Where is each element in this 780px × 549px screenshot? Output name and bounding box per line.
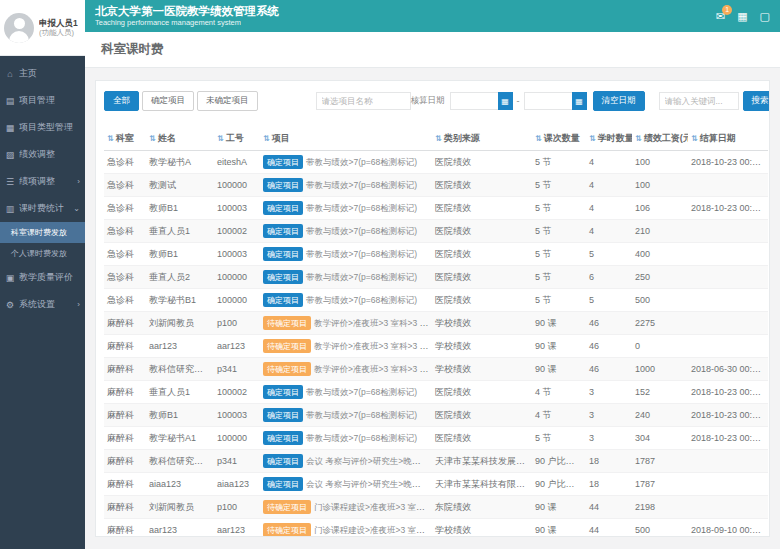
project-status-button[interactable]: 确定项目 [263,477,303,491]
cell-quantity: 5 节 [532,174,586,197]
cell-salary: 1787 [632,473,688,496]
cell-hours: 4 [586,220,632,243]
cell-project: 确定项目会议 考察与评价>研究生>晚班>指导 [260,473,432,496]
column-header[interactable]: ⇅课次数量 [532,127,586,151]
user-panel[interactable]: 申报人员1 (功能人员) [0,0,85,56]
column-header[interactable]: ⇅科室 [104,127,146,151]
item-adjust-icon: ☰ [5,177,15,187]
cell-project: 确定项目带教与绩效>7(p=68检测标记) [260,266,432,289]
filter-confirmed-button[interactable]: 确定项目 [142,91,194,111]
table-row: 麻醉科aar123aar123待确定项目教学评价>准夜班>3 室科>3 无规授人… [104,335,768,358]
home-icon: ⌂ [5,69,15,79]
table-row: 急诊科教师B1100003确定项目带教与绩效>7(p=68检测标记)医院绩效5 … [104,243,768,266]
table-row: 麻醉科aar123aar123待确定项目门诊课程建设>准夜班>3 室科>3 学员… [104,519,768,538]
sidebar-item-project-management[interactable]: ▤项目管理 [0,87,85,114]
column-header[interactable]: ⇅绩效工资(元) [632,127,688,151]
project-text: 带教与绩效>7(p=68检测标记) [306,410,417,420]
cell-project: 确定项目带教与绩效>7(p=68检测标记) [260,151,432,174]
cell-source: 医院绩效 [432,174,532,197]
chevron-icon: › [77,177,80,186]
sidebar-item-home[interactable]: ⌂主页 [0,60,85,87]
cell-source: 医院绩效 [432,381,532,404]
cell-worker-id: 100000 [214,427,260,450]
expand-icon[interactable]: ▢ [760,10,770,23]
filter-unconfirmed-button[interactable]: 未确定项目 [197,91,258,111]
project-status-button[interactable]: 待确定项目 [263,316,311,330]
sidebar-item-settings-gear[interactable]: ⚙系统设置› [0,291,85,318]
cell-name: 垂直人员1 [146,220,214,243]
table-row: 麻醉科刘新闻教员p100待确定项目门诊课程建设>准夜班>3 室科>3 学员东院绩… [104,496,768,519]
cell-hours: 4 [586,197,632,220]
cell-worker-id: 100000 [214,266,260,289]
fee-statistics-icon: ▥ [5,204,15,214]
cell-project: 确定项目带教与绩效>7(p=68检测标记) [260,289,432,312]
cell-dept: 麻醉科 [104,404,146,427]
calendar-icon[interactable]: ▦ [498,92,513,110]
grid-icon[interactable]: ▦ [737,10,747,23]
column-header[interactable]: ⇅工号 [214,127,260,151]
avatar [4,13,34,43]
app-subtitle: Teaching performance management system [95,18,279,27]
project-status-button[interactable]: 确定项目 [263,408,303,422]
column-header[interactable]: ⇅类别来源 [432,127,532,151]
search-button[interactable]: 搜索 [743,91,771,111]
sidebar-item-fee-statistics[interactable]: ▥课时费统计⌄ [0,195,85,222]
column-header[interactable]: ⇅姓名 [146,127,214,151]
sidebar-subitem-1[interactable]: 个人课时费发放 [0,243,85,264]
cell-date: 2018-10-23 00:00:00 [688,381,768,404]
cell-name: 教测试 [146,174,214,197]
cell-worker-id: 100002 [214,220,260,243]
project-text: 带教与绩效>7(p=68检测标记) [306,272,417,282]
cell-dept: 急诊科 [104,220,146,243]
sidebar-subitem-0[interactable]: 科室课时费发放 [0,222,85,243]
cell-dept: 麻醉科 [104,473,146,496]
column-header-label: 绩效工资(元) [644,133,688,143]
clear-date-button[interactable]: 清空日期 [593,91,645,111]
sort-icon: ⇅ [435,134,442,143]
project-status-button[interactable]: 待确定项目 [263,500,311,514]
cell-hours: 46 [586,358,632,381]
project-status-button[interactable]: 待确定项目 [263,523,311,537]
sidebar-item-project-type[interactable]: ▦项目类型管理 [0,114,85,141]
project-status-button[interactable]: 确定项目 [263,178,303,192]
project-text: 教学评价>准夜班>3 室科>3 无规授人 [314,341,432,351]
project-status-button[interactable]: 确定项目 [263,431,303,445]
project-status-button[interactable]: 确定项目 [263,247,303,261]
cell-worker-id: 100000 [214,289,260,312]
start-date-input[interactable] [450,92,498,110]
project-status-button[interactable]: 确定项目 [263,293,303,307]
cell-worker-id: aiaa123 [214,473,260,496]
project-status-button[interactable]: 待确定项目 [263,362,311,376]
column-header[interactable]: ⇅学时数量 [586,127,632,151]
sidebar-item-label: 系统设置 [19,298,55,311]
project-management-icon: ▤ [5,96,15,106]
toolbar: 全部 确定项目 未确定项目 核算日期 ▦ - ▦ 清空日期 搜索 [104,91,761,111]
filter-all-button[interactable]: 全部 [104,91,139,111]
message-icon[interactable]: ✉1 [716,10,725,23]
project-status-button[interactable]: 确定项目 [263,201,303,215]
cell-hours: 4 [586,151,632,174]
project-status-button[interactable]: 确定项目 [263,270,303,284]
project-status-button[interactable]: 确定项目 [263,155,303,169]
end-date-input[interactable] [524,92,572,110]
date-separator: - [517,96,520,106]
project-status-button[interactable]: 确定项目 [263,385,303,399]
project-status-button[interactable]: 确定项目 [263,454,303,468]
chevron-icon: ⌄ [73,204,80,213]
project-status-button[interactable]: 待确定项目 [263,339,311,353]
sidebar-item-quality-evaluation[interactable]: ▣教学质量评价 [0,264,85,291]
cell-dept: 急诊科 [104,197,146,220]
cell-name: aar123 [146,519,214,538]
column-header[interactable]: ⇅结算日期 [688,127,768,151]
sidebar-item-performance-adjust[interactable]: ▨绩效调整 [0,141,85,168]
calendar-icon[interactable]: ▦ [572,92,587,110]
sidebar-item-label: 项目类型管理 [19,121,73,134]
cell-hours: 46 [586,335,632,358]
cell-hours: 5 [586,289,632,312]
project-text: 门诊课程建设>准夜班>3 室科>3 学员 [314,525,432,535]
project-status-button[interactable]: 确定项目 [263,224,303,238]
keyword-search-input[interactable] [659,92,739,110]
column-header[interactable]: ⇅项目 [260,127,432,151]
sidebar-item-item-adjust[interactable]: ☰绩项调整› [0,168,85,195]
project-name-input[interactable] [316,92,411,110]
